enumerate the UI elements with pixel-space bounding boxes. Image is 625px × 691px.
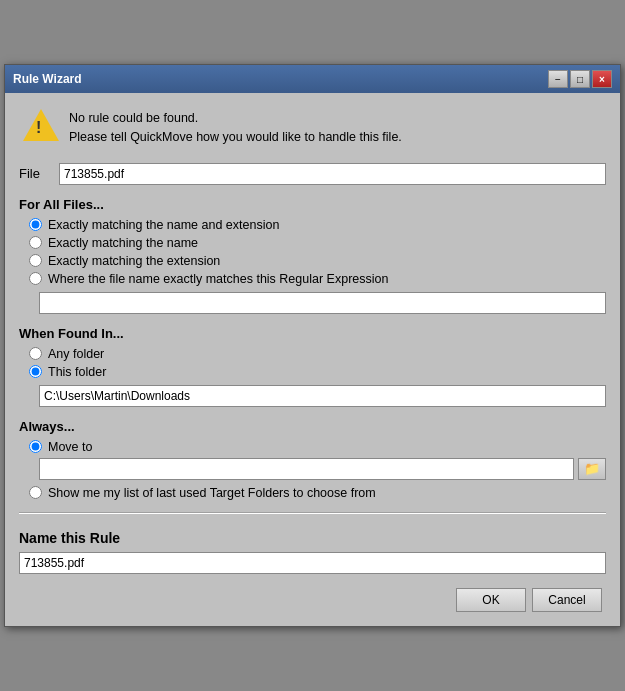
when-found-in-radio-group: Any folder This folder — [19, 347, 606, 407]
radio-label-3: Where the file name exactly matches this… — [48, 272, 388, 286]
title-bar: Rule Wizard − □ × — [5, 65, 620, 93]
radio-item-0: Exactly matching the name and extension — [29, 218, 606, 232]
radio-any-folder-label: Any folder — [48, 347, 104, 361]
move-to-input[interactable] — [39, 458, 574, 480]
ok-button[interactable]: OK — [456, 588, 526, 612]
for-all-files-radio-group: Exactly matching the name and extension … — [19, 218, 606, 314]
minimize-button[interactable]: − — [548, 70, 568, 88]
separator — [19, 512, 606, 514]
radio-this-folder-item: This folder — [29, 365, 606, 379]
when-found-in-title: When Found In... — [19, 326, 606, 341]
file-label: File — [19, 166, 59, 181]
warning-icon — [23, 109, 59, 141]
radio-any-folder[interactable] — [29, 347, 42, 360]
alert-box: No rule could be found. Please tell Quic… — [19, 103, 606, 153]
alert-line2: Please tell QuickMove how you would like… — [69, 128, 402, 147]
regex-input[interactable] — [39, 292, 606, 314]
always-radio-group: Move to 📁 Show me my list of last used T… — [19, 440, 606, 500]
radio-show-list-label: Show me my list of last used Target Fold… — [48, 486, 376, 500]
rule-name-input[interactable] — [19, 552, 606, 574]
window-body: No rule could be found. Please tell Quic… — [5, 93, 620, 626]
move-to-folder-row: 📁 — [39, 458, 606, 480]
radio-match-regex[interactable] — [29, 272, 42, 285]
window-title: Rule Wizard — [13, 72, 82, 86]
radio-match-name-ext[interactable] — [29, 218, 42, 231]
always-title: Always... — [19, 419, 606, 434]
browse-button[interactable]: 📁 — [578, 458, 606, 480]
radio-show-list[interactable] — [29, 486, 42, 499]
maximize-button[interactable]: □ — [570, 70, 590, 88]
radio-move-to[interactable] — [29, 440, 42, 453]
radio-item-3: Where the file name exactly matches this… — [29, 272, 606, 286]
rule-wizard-window: Rule Wizard − □ × No rule could be found… — [4, 64, 621, 627]
radio-match-name[interactable] — [29, 236, 42, 249]
always-section: Always... Move to 📁 Show me my list of l… — [19, 419, 606, 500]
file-input[interactable] — [59, 163, 606, 185]
rule-name-label: Name this Rule — [19, 530, 606, 546]
file-row: File — [19, 163, 606, 185]
alert-text: No rule could be found. Please tell Quic… — [69, 109, 402, 147]
radio-move-to-item: Move to — [29, 440, 606, 454]
radio-label-2: Exactly matching the extension — [48, 254, 220, 268]
radio-item-2: Exactly matching the extension — [29, 254, 606, 268]
alert-line1: No rule could be found. — [69, 109, 402, 128]
radio-move-to-label: Move to — [48, 440, 92, 454]
for-all-files-title: For All Files... — [19, 197, 606, 212]
radio-label-0: Exactly matching the name and extension — [48, 218, 279, 232]
radio-this-folder[interactable] — [29, 365, 42, 378]
folder-path-input[interactable] — [39, 385, 606, 407]
radio-any-folder-item: Any folder — [29, 347, 606, 361]
button-bar: OK Cancel — [19, 580, 606, 616]
radio-show-list-item: Show me my list of last used Target Fold… — [29, 486, 606, 500]
radio-this-folder-label: This folder — [48, 365, 106, 379]
for-all-files-section: For All Files... Exactly matching the na… — [19, 197, 606, 314]
cancel-button[interactable]: Cancel — [532, 588, 602, 612]
radio-label-1: Exactly matching the name — [48, 236, 198, 250]
radio-item-1: Exactly matching the name — [29, 236, 606, 250]
radio-match-ext[interactable] — [29, 254, 42, 267]
folder-icon: 📁 — [584, 461, 600, 476]
when-found-in-section: When Found In... Any folder This folder — [19, 326, 606, 407]
title-bar-controls: − □ × — [548, 70, 612, 88]
rule-name-section: Name this Rule — [19, 524, 606, 580]
close-button[interactable]: × — [592, 70, 612, 88]
